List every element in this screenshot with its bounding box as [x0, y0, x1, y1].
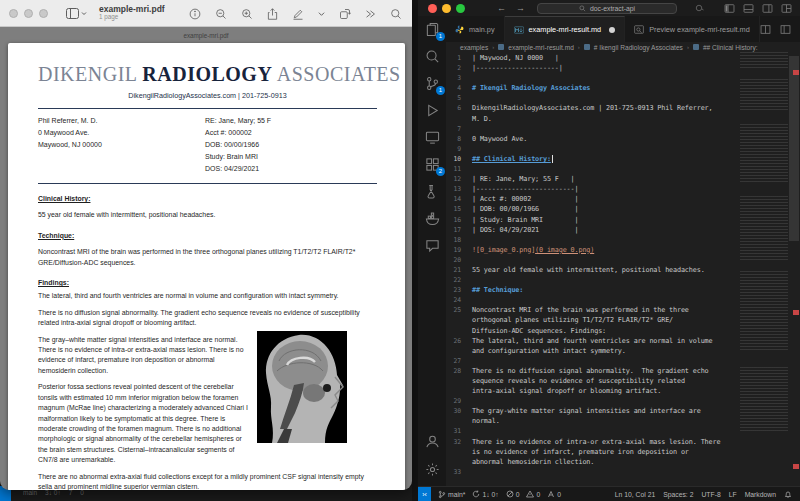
editor-line: 28There is no diffusion signal abnormali…	[446, 366, 738, 376]
window-controls	[9, 9, 48, 18]
letterhead-contact: DikengilRadiologyAssociates.com | 201-72…	[38, 91, 377, 100]
branch-icon	[438, 490, 446, 499]
minimize-window-button[interactable]	[24, 9, 33, 18]
tab-main-py[interactable]: main.py	[446, 16, 505, 42]
remote-indicator[interactable]: ›‹	[418, 487, 431, 501]
status-spaces[interactable]: Spaces: 2	[663, 491, 693, 498]
error-icon	[506, 490, 514, 498]
forward-button[interactable]: →	[516, 3, 525, 13]
line-content: Diffusion-ADC sequences. Findings:	[472, 326, 606, 336]
customize-layout-icon[interactable]	[781, 3, 792, 14]
activitybar-extensions-icon[interactable]: 2	[423, 155, 441, 173]
toggle-sidebar-icon[interactable]	[724, 3, 735, 14]
status-markdown[interactable]: Markdown	[745, 491, 776, 498]
editor-line: 29	[446, 396, 738, 406]
search-icon[interactable]	[390, 8, 402, 20]
status-lf[interactable]: LF	[729, 491, 737, 498]
bell-icon[interactable]	[784, 490, 792, 499]
minimize-window-button[interactable]	[442, 4, 451, 13]
info-icon[interactable]	[189, 8, 201, 20]
referrer-address: Phil Referrer, M. D.0 Maywood Ave.Maywoo…	[38, 115, 205, 175]
warnings-indicator[interactable]: 0	[526, 490, 540, 498]
editor-line: 12| RE: Jane, Mary; 55 F |	[446, 174, 738, 184]
activitybar-search-icon[interactable]	[423, 47, 441, 65]
patient-info: RE: Jane, Mary; 55 FAcct #: 000002DOB: 0…	[205, 115, 271, 175]
editor-line: is no evidence of infarct, premature iro…	[446, 447, 738, 457]
background-errors: 7	[69, 489, 73, 496]
command-center-search[interactable]: doc-extract-api	[537, 3, 677, 14]
split-editor-icon[interactable]	[760, 24, 771, 35]
zoom-window-button[interactable]	[39, 9, 48, 18]
pdf-page[interactable]: DIKENGIL RADIOLOGY ASSOCIATES DikengilRa…	[8, 43, 405, 490]
share-icon[interactable]	[267, 8, 278, 20]
close-window-button[interactable]	[428, 4, 437, 13]
close-window-button[interactable]	[9, 9, 18, 18]
activitybar-run-debug-icon[interactable]	[423, 101, 441, 119]
errors-indicator[interactable]: 0	[506, 490, 520, 498]
tab-preview-example-mri-result-md[interactable]: Preview example-mri-result.md	[625, 16, 760, 42]
section-heading: Technique:	[38, 231, 377, 241]
brain-mri-image	[257, 331, 347, 443]
line-content: 55 year old female with intermittent, po…	[472, 265, 705, 275]
symbol-icon	[584, 44, 590, 50]
line-number: 26	[446, 336, 472, 346]
badge: 2	[436, 167, 445, 176]
overview-error-mark	[793, 310, 799, 315]
status-utf-8[interactable]: UTF-8	[701, 491, 720, 498]
editor-line: 22	[446, 275, 738, 285]
layout-icon[interactable]	[780, 24, 791, 35]
more-icon[interactable]	[365, 9, 376, 19]
toggle-secondary-sidebar-icon[interactable]	[762, 3, 773, 14]
window-controls	[428, 4, 465, 13]
rotate-icon[interactable]	[339, 8, 351, 20]
activitybar-testing-icon[interactable]	[423, 182, 441, 200]
vscode-titlebar: ← → doc-extract-api	[418, 0, 800, 16]
breadcrumb-item[interactable]: ## Clinical History:	[703, 44, 758, 51]
editor-line: 33	[446, 467, 738, 477]
copilot-icon[interactable]	[695, 4, 705, 12]
zoom-in-icon[interactable]	[241, 8, 253, 20]
toggle-panel-icon[interactable]	[743, 3, 754, 14]
vscode-window: ← → doc-extract-api 112 main.pyexample-m…	[418, 0, 800, 501]
markup-icon[interactable]	[292, 8, 304, 20]
zoom-out-icon[interactable]	[215, 8, 227, 20]
editor-line: M. D.	[446, 114, 738, 124]
activitybar-account-icon[interactable]	[423, 432, 441, 450]
branch-indicator[interactable]: main*	[438, 490, 465, 499]
editor-scrollbar[interactable]	[788, 52, 800, 486]
document-paragraph: There are no abnormal extra-axial fluid …	[38, 472, 377, 490]
editor[interactable]: 1| Maywood, NJ 0000 |2|-----------------…	[446, 52, 800, 486]
ports-indicator[interactable]: 0	[547, 490, 561, 498]
breadcrumb-item[interactable]: examples	[460, 44, 488, 51]
line-content: The gray-white matter signal intensities…	[472, 406, 701, 416]
editor-line: 25Noncontrast MRI of the brain was perfo…	[446, 305, 738, 315]
editor-line: 27	[446, 356, 738, 366]
divider	[38, 183, 377, 184]
minimap[interactable]	[740, 52, 788, 472]
tab-example-mri-result-md[interactable]: example-mri-result.md	[505, 16, 626, 42]
sidebar-toggle-icon[interactable]	[66, 8, 87, 19]
back-button[interactable]: ←	[497, 3, 506, 13]
status-label: 1↓ 0↑	[482, 491, 498, 498]
editor-line: 11	[446, 164, 738, 174]
activitybar-source-control-icon[interactable]: 1	[423, 74, 441, 92]
background-sync: 3↓ 0↑	[45, 489, 61, 496]
line-content: | Study: Brain MRI |	[472, 215, 578, 225]
status-ln[interactable]: Ln 10, Col 21	[615, 491, 655, 498]
line-number	[446, 416, 472, 426]
activitybar-docker-icon[interactable]	[423, 209, 441, 227]
scrollbar-thumb[interactable]	[789, 56, 799, 241]
breadcrumb[interactable]: examples›example-mri-result.md›# Ikengil…	[446, 42, 800, 52]
breadcrumb-item[interactable]: example-mri-result.md	[508, 44, 574, 51]
zoom-window-button[interactable]	[456, 4, 465, 13]
markup-chevron-icon[interactable]	[318, 11, 325, 17]
editor-line: 9	[446, 144, 738, 154]
activitybar-explorer-icon[interactable]: 1	[423, 20, 441, 38]
breadcrumb-item[interactable]: # Ikengil Radiology Associates	[594, 44, 683, 51]
line-content: sequence reveals no evidence of suscepti…	[472, 376, 685, 386]
activitybar-chat-icon[interactable]	[423, 236, 441, 254]
activitybar-settings-gear-icon[interactable]	[423, 460, 441, 478]
sync-indicator[interactable]: 1↓ 0↑	[472, 490, 498, 498]
line-number: 21	[446, 265, 472, 275]
activitybar-remote-explorer-icon[interactable]	[423, 128, 441, 146]
